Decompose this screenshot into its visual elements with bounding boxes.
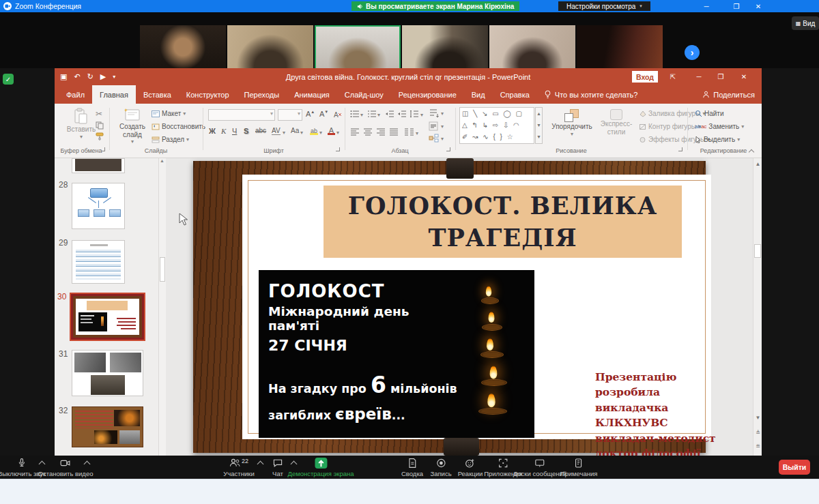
scrollbar-thumb[interactable] — [754, 244, 761, 258]
layout-button[interactable]: Макет▾ — [152, 110, 186, 117]
participants-options-chevron[interactable] — [257, 461, 264, 468]
summary-button[interactable]: Сводка — [401, 458, 423, 477]
tab-transitions[interactable]: Переходы — [237, 85, 287, 104]
tab-insert[interactable]: Вставка — [136, 85, 179, 104]
slide-thumbnail-30-selected[interactable] — [70, 293, 145, 341]
minimize-button[interactable]: ─ — [698, 0, 715, 12]
change-case-button[interactable]: Aa — [291, 127, 299, 134]
slide-thumbnail-partial[interactable] — [72, 158, 125, 173]
smartart-dropdown-icon[interactable]: ▾ — [441, 136, 444, 142]
text-direction-icon[interactable] — [429, 108, 440, 119]
justify-icon[interactable] — [389, 128, 399, 136]
tab-animations[interactable]: Анимация — [287, 85, 337, 104]
shapes-gallery-scrollbar[interactable]: ▲▼▼ — [535, 107, 543, 144]
spacing-dropdown-icon[interactable]: ▾ — [283, 130, 285, 136]
bold-button[interactable]: Ж — [209, 127, 216, 135]
underline-button[interactable]: Ч — [232, 127, 237, 135]
align-center-icon[interactable] — [363, 128, 373, 136]
find-button[interactable]: Найти — [695, 110, 724, 117]
thumbnail-scrollbar[interactable]: ▲ — [158, 158, 165, 456]
maximize-button[interactable]: ❐ — [728, 0, 745, 12]
highlight-color-button[interactable]: ab — [310, 128, 318, 135]
stop-video-button[interactable]: Остановить видео — [38, 458, 94, 477]
whiteboards-button[interactable]: Доски сообщений — [513, 458, 566, 477]
font-size-combo[interactable] — [278, 109, 302, 121]
numbering-dropdown-icon[interactable]: ▾ — [377, 112, 380, 118]
quick-styles-button[interactable]: Экспресс-стили — [595, 109, 637, 136]
shapes-gallery[interactable]: ◫ ╲ ↘ ▭ ◯ ▢△ ↰ ↳ ⇨ ⇩ ◠✐ ↝ ∿ { } ☆ — [459, 107, 534, 144]
font-color-dropdown-icon[interactable]: ▾ — [336, 130, 339, 136]
next-participants-button[interactable]: › — [685, 45, 700, 60]
slide-thumbnail-29[interactable] — [72, 240, 125, 284]
paste-button[interactable]: Вставить ▾ — [64, 108, 98, 140]
ppt-share-button[interactable]: Поделиться — [702, 85, 755, 104]
select-button[interactable]: Выделить▾ — [695, 136, 740, 143]
clipboard-dialog-launcher-icon[interactable] — [101, 147, 105, 151]
slide-thumbnail-28[interactable] — [72, 183, 125, 229]
next-slide-icon[interactable]: ≝ — [753, 442, 762, 451]
italic-button[interactable]: К — [221, 127, 226, 135]
highlight-dropdown-icon[interactable]: ▾ — [319, 130, 322, 136]
slide-thumbnail-31[interactable] — [72, 350, 143, 396]
font-name-combo[interactable] — [208, 109, 275, 121]
tab-view[interactable]: Вид — [464, 85, 493, 104]
scroll-down-icon[interactable]: ▼ — [753, 413, 762, 423]
section-button[interactable]: Раздел▾ — [152, 136, 189, 143]
line-spacing-dropdown-icon[interactable]: ▾ — [420, 112, 423, 118]
chat-button[interactable]: Чат — [272, 458, 283, 477]
new-slide-button[interactable]: Создать слайд ▾ — [115, 108, 150, 145]
slide-scrollbar[interactable]: ▲ ▼ ≜ ≝ — [753, 158, 762, 456]
paste-dropdown-icon[interactable]: ▾ — [80, 134, 83, 140]
ppt-restore-button[interactable]: ❐ — [711, 68, 730, 85]
leave-button[interactable]: Выйти — [779, 460, 810, 475]
participants-button[interactable]: 22 Участники — [223, 458, 254, 477]
notes-button[interactable]: Примечания — [560, 458, 598, 477]
smartart-icon[interactable] — [429, 134, 440, 143]
font-dialog-launcher-icon[interactable] — [336, 147, 340, 151]
share-banner[interactable]: Вы просматриваете экран Марина Кірюхіна — [351, 1, 519, 11]
align-right-icon[interactable] — [376, 128, 386, 136]
slide-thumbnail-32[interactable] — [72, 406, 143, 447]
arrange-dropdown-icon[interactable]: ▾ — [571, 131, 573, 137]
character-spacing-button[interactable]: AV — [272, 127, 281, 135]
tab-review[interactable]: Рецензирование — [391, 85, 464, 104]
tab-home[interactable]: Главная — [92, 85, 136, 104]
tab-file[interactable]: Файл — [59, 85, 92, 104]
tab-design[interactable]: Конструктор — [179, 85, 237, 104]
align-text-dropdown-icon[interactable]: ▾ — [441, 123, 444, 130]
clear-formatting-icon[interactable]: A — [333, 110, 342, 119]
share-screen-button[interactable]: Демонстрация экрана — [287, 458, 354, 477]
ppt-minimize-button[interactable]: ─ — [689, 68, 708, 85]
numbering-icon[interactable] — [367, 110, 377, 118]
view-button[interactable]: ▦Вид — [792, 16, 819, 30]
columns-dropdown-icon[interactable]: ▾ — [416, 130, 418, 136]
slide[interactable]: ГОЛОКОСТ. ВЕЛИКА ТРАГЕДІЯ ГОЛОКОСТ Міжна… — [242, 175, 711, 439]
ribbon-display-options-icon[interactable]: ⇱ — [663, 68, 682, 85]
slide-thumbnail-panel[interactable]: 28 29 30 — [55, 158, 158, 456]
replace-button[interactable]: abacЗаменить▾ — [695, 123, 744, 130]
font-color-button[interactable]: А — [328, 126, 335, 135]
arrange-button[interactable]: Упорядочить ▾ — [550, 109, 594, 137]
close-button[interactable]: ✕ — [749, 0, 767, 12]
tab-slideshow[interactable]: Слайд-шоу — [337, 85, 391, 104]
bullets-dropdown-icon[interactable]: ▾ — [360, 112, 363, 118]
new-slide-dropdown-icon[interactable]: ▾ — [131, 138, 134, 145]
record-button[interactable]: Запись — [430, 458, 451, 477]
increase-indent-icon[interactable] — [397, 110, 407, 118]
view-settings-button[interactable]: Настройки просмотра▾ — [558, 1, 650, 11]
cut-icon[interactable]: ✂ — [96, 109, 102, 119]
memorial-image[interactable]: ГОЛОКОСТ Міжнародний день пам'яті 27 СІЧ… — [259, 270, 534, 438]
bullets-icon[interactable] — [350, 110, 360, 118]
align-left-icon[interactable] — [350, 128, 360, 136]
format-painter-icon[interactable] — [96, 132, 104, 140]
align-text-icon[interactable] — [429, 121, 438, 131]
tab-help[interactable]: Справка — [493, 85, 537, 104]
columns-icon[interactable] — [404, 128, 414, 136]
reset-button[interactable]: Восстановить — [152, 123, 205, 130]
previous-slide-icon[interactable]: ≜ — [753, 428, 762, 438]
shape-outline-button[interactable]: Контур фигуры▾ — [639, 123, 701, 130]
grow-font-button[interactable]: А▲ — [306, 110, 315, 118]
sign-in-button[interactable]: Вход — [632, 71, 658, 83]
ppt-close-button[interactable]: ✕ — [734, 68, 753, 85]
strikethrough-button[interactable]: abc — [255, 127, 266, 134]
